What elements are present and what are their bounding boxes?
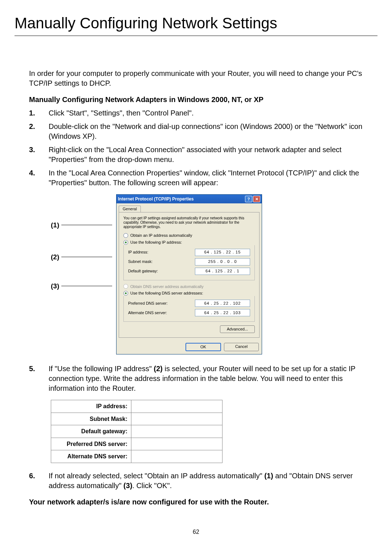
radio-icon (123, 284, 128, 289)
table-row: Alternate DNS server: (51, 450, 222, 463)
page-title: Manually Configuring Network Settings (15, 15, 377, 36)
step-item: 1. Click "Start", "Settings", then "Cont… (29, 108, 363, 118)
callout-line (61, 286, 112, 286)
steps-list-top: 1. Click "Start", "Settings", then "Cont… (29, 108, 363, 188)
step-item: 6. If not already selected, select "Obta… (29, 471, 363, 491)
step-text: Click "Start", "Settings", then "Control… (49, 108, 363, 118)
tcpip-figure: (1) (2) (3) Internet Protocol (TCP/IP) P… (51, 194, 363, 354)
steps-list-bottom2: 6. If not already selected, select "Obta… (29, 471, 363, 491)
table-row: Subnet Mask: (51, 413, 222, 425)
ip-fields-group: IP address: 64 . 125 . 22 . 15 Subnet ma… (123, 245, 255, 280)
step5-pre: If "Use the following IP address" (49, 365, 154, 373)
step-item: 4. In the "Local Area Connection Propert… (29, 168, 363, 188)
radio-label: Obtain an IP address automatically (130, 233, 192, 238)
radio-label: Use the following IP address: (130, 240, 182, 245)
advanced-button[interactable]: Advanced... (220, 325, 255, 333)
step-item: 5. If "Use the following IP address" (2)… (29, 364, 363, 393)
callout-line (61, 257, 112, 257)
step6-post: . Click "OK". (132, 482, 172, 490)
radio-icon (123, 291, 128, 296)
table-row: Default gateway: (51, 425, 222, 438)
tab-general[interactable]: General (119, 206, 141, 212)
radio-obtain-ip-auto[interactable]: Obtain an IP address automatically (123, 233, 255, 238)
step-number: 5. (29, 364, 49, 393)
step-item: 3. Right-click on the "Local Area Connec… (29, 145, 363, 165)
note-ip-address-blank (131, 400, 222, 413)
dialog-titlebar: Internet Protocol (TCP/IP) Properties ? … (117, 195, 262, 203)
note-preferred-dns-blank (131, 438, 222, 450)
step-text: If not already selected, select "Obtain … (49, 471, 363, 491)
radio-obtain-dns-auto: Obtain DNS server address automatically (123, 284, 255, 289)
radio-use-following-ip[interactable]: Use the following IP address: (123, 240, 255, 245)
radio-icon (123, 233, 128, 238)
callout-3: (3) (51, 281, 59, 291)
note-alternate-dns-label: Alternate DNS server: (51, 450, 131, 463)
tcpip-dialog: Internet Protocol (TCP/IP) Properties ? … (116, 194, 262, 354)
step-number: 4. (29, 168, 49, 188)
dialog-tabstrip: General (117, 203, 262, 212)
subnet-mask-field[interactable]: 255 . 0 . 0 . 0 (195, 258, 250, 265)
note-preferred-dns-label: Preferred DNS server: (51, 438, 131, 450)
note-alternate-dns-blank (131, 450, 222, 463)
ip-address-field[interactable]: 64 . 125 . 22 . 15 (195, 249, 250, 256)
callout-line (61, 225, 112, 225)
dialog-panel: You can get IP settings assigned automat… (119, 212, 260, 338)
help-icon[interactable]: ? (245, 196, 252, 202)
note-subnet-mask-label: Subnet Mask: (51, 413, 131, 425)
callout-1: (1) (51, 220, 59, 230)
step-text: Right-click on the "Local Area Connectio… (49, 145, 363, 165)
steps-list-bottom: 5. If "Use the following IP address" (2)… (29, 364, 363, 393)
note-default-gateway-label: Default gateway: (51, 425, 131, 438)
callout-2: (2) (51, 252, 59, 262)
default-gateway-field[interactable]: 64 . 125 . 22 . 1 (195, 268, 250, 275)
section-subhead: Manually Configuring Network Adapters in… (29, 95, 363, 105)
alternate-dns-label: Alternate DNS server: (128, 310, 195, 316)
close-icon[interactable]: ✕ (253, 196, 260, 202)
step-number: 2. (29, 122, 49, 141)
ip-notes-table: IP address: Subnet Mask: Default gateway… (51, 400, 222, 463)
step-number: 1. (29, 108, 49, 118)
page-number: 62 (15, 529, 377, 535)
alternate-dns-field[interactable]: 64 . 25 . 22 . 103 (195, 309, 250, 316)
note-subnet-mask-blank (131, 413, 222, 425)
step-item: 2. Double-click on the "Network and dial… (29, 122, 363, 141)
cancel-button[interactable]: Cancel (224, 343, 259, 351)
preferred-dns-label: Preferred DNS server: (128, 301, 195, 306)
radio-label: Use the following DNS server addresses: (130, 291, 203, 296)
preferred-dns-field[interactable]: 64 . 25 . 22 . 102 (195, 300, 250, 307)
dns-fields-group: Preferred DNS server: 64 . 25 . 22 . 102… (123, 296, 255, 322)
step-text: If "Use the following IP address" (2) is… (49, 364, 363, 393)
table-row: IP address: (51, 400, 222, 413)
dialog-description: You can get IP settings assigned automat… (123, 216, 255, 229)
step5-ref: (2) (154, 365, 163, 373)
step6-ref1: (1) (264, 472, 273, 480)
intro-paragraph: In order for your computer to properly c… (29, 69, 363, 88)
ok-button[interactable]: OK (185, 343, 221, 351)
conclusion-text: Your network adapter/s is/are now config… (29, 497, 363, 507)
note-default-gateway-blank (131, 425, 222, 438)
radio-icon (123, 240, 128, 245)
step6-pre: If not already selected, select "Obtain … (49, 472, 264, 480)
step6-ref2: (3) (123, 482, 132, 490)
subnet-mask-label: Subnet mask: (128, 259, 195, 264)
note-ip-address-label: IP address: (51, 400, 131, 413)
step-text: Double-click on the "Network and dial-up… (49, 122, 363, 141)
radio-label: Obtain DNS server address automatically (130, 284, 204, 289)
step-number: 6. (29, 471, 49, 491)
step-text: In the "Local Area Connection Properties… (49, 168, 363, 188)
dialog-title: Internet Protocol (TCP/IP) Properties (118, 196, 194, 202)
dialog-footer: OK Cancel (117, 340, 262, 354)
default-gateway-label: Default gateway: (128, 268, 195, 274)
table-row: Preferred DNS server: (51, 438, 222, 450)
step-number: 3. (29, 145, 49, 165)
ip-address-label: IP address: (128, 249, 195, 255)
radio-use-following-dns[interactable]: Use the following DNS server addresses: (123, 291, 255, 296)
